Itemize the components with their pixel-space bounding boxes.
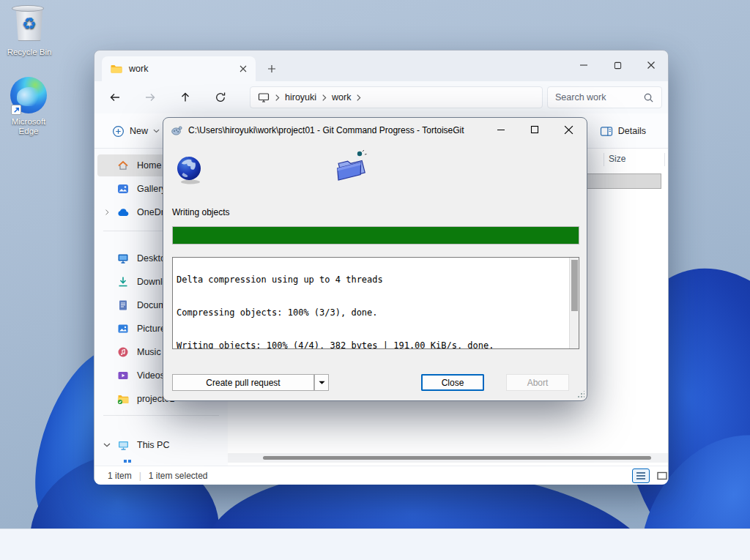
chevron-down-icon[interactable] xyxy=(97,443,116,447)
globe-icon xyxy=(175,154,204,185)
dialog-maximize-button[interactable] xyxy=(519,118,550,141)
refresh-button[interactable] xyxy=(210,87,231,108)
this-pc-icon xyxy=(116,439,130,451)
new-button[interactable]: New xyxy=(105,120,167,142)
network-icon-partial xyxy=(124,460,131,463)
column-separator[interactable] xyxy=(664,153,665,166)
details-pane-button[interactable]: Details xyxy=(594,120,652,142)
git-command-progress-dialog: C:\Users\hiroyuki\work\project01 - Git C… xyxy=(163,117,587,401)
documents-icon xyxy=(116,299,130,311)
column-separator[interactable] xyxy=(604,153,604,166)
close-button[interactable]: Close xyxy=(421,374,484,391)
sidebar-item-label: Gallery xyxy=(137,184,166,194)
breadcrumb-item-work[interactable]: work xyxy=(332,92,351,102)
sidebar-item-this-pc[interactable]: This PC xyxy=(97,434,226,456)
log-line: Delta compression using up to 4 threads xyxy=(177,275,567,285)
dialog-close-button[interactable] xyxy=(553,118,584,141)
videos-icon xyxy=(116,370,130,381)
back-button[interactable] xyxy=(105,87,125,108)
resize-grip[interactable] xyxy=(577,391,584,398)
refresh-icon xyxy=(215,92,226,103)
address-bar-row: hiroyuki work xyxy=(94,81,668,113)
list-view-icon xyxy=(636,471,646,480)
window-close-button[interactable] xyxy=(634,51,668,80)
sidebar-item-label: This PC xyxy=(137,440,169,450)
status-divider: | xyxy=(139,471,141,481)
versioned-folder-icon xyxy=(116,393,130,405)
button-label: Close xyxy=(442,378,464,388)
abort-button[interactable]: Abort xyxy=(506,374,569,391)
progress-bar xyxy=(172,226,579,244)
up-button[interactable] xyxy=(175,87,196,108)
taskbar: 2 ENG JA 5:4 xyxy=(0,529,750,560)
new-tab-button[interactable] xyxy=(264,61,279,76)
close-icon xyxy=(564,125,573,135)
tortoisegit-icon xyxy=(171,124,182,136)
maximize-icon xyxy=(530,125,539,134)
chevron-down-icon xyxy=(153,129,160,133)
breadcrumb-item-hiroyuki[interactable]: hiroyuki xyxy=(285,92,316,102)
window-maximize-button[interactable] xyxy=(601,51,634,80)
details-pane-icon xyxy=(600,126,613,137)
desktop-icon-microsoft-edge[interactable]: Microsoft Edge xyxy=(1,77,56,136)
this-pc-icon xyxy=(258,92,270,103)
progress-bar-fill xyxy=(173,227,579,244)
maximize-icon xyxy=(614,61,622,70)
chevron-right-icon[interactable] xyxy=(97,209,116,216)
progress-phase-label: Writing objects xyxy=(172,207,229,217)
chevron-right-icon xyxy=(322,94,327,102)
dialog-minimize-button[interactable] xyxy=(486,118,516,141)
button-label: Create pull request xyxy=(206,378,280,388)
sidebar-divider xyxy=(103,415,219,416)
tab-close-icon[interactable] xyxy=(237,62,250,75)
sidebar-item-label: Home xyxy=(137,160,161,171)
dropdown-arrow-icon xyxy=(319,381,325,385)
desktop-icon-label: Microsoft Edge xyxy=(1,117,56,136)
search-input[interactable] xyxy=(555,92,637,102)
selected-count: 1 item selected xyxy=(149,471,208,481)
dialog-title: C:\Users\hiroyuki\work\project01 - Git C… xyxy=(188,125,464,135)
close-icon xyxy=(647,61,656,70)
log-line: Compressing objects: 100% (3/3), done. xyxy=(177,307,567,318)
details-view-toggle[interactable] xyxy=(632,468,650,483)
item-count: 1 item xyxy=(108,471,132,481)
search-box[interactable] xyxy=(547,86,662,108)
plus-icon xyxy=(267,64,276,73)
music-icon xyxy=(116,346,130,358)
sidebar-item-label: Videos xyxy=(137,370,165,381)
button-label: Abort xyxy=(527,378,549,388)
forward-arrow-icon xyxy=(144,92,156,103)
shortcut-arrow-icon xyxy=(11,105,21,115)
explorer-tab-work[interactable]: work xyxy=(102,56,256,81)
desktop-icon-recycle-bin[interactable]: ♻ Recycle Bin xyxy=(1,7,57,56)
details-button-label: Details xyxy=(618,126,646,136)
desktop-icon-label: Recycle Bin xyxy=(1,48,57,56)
edge-icon xyxy=(10,77,48,115)
chevron-right-icon xyxy=(356,94,361,102)
forward-button[interactable] xyxy=(140,87,160,108)
horizontal-scrollbar[interactable] xyxy=(228,453,668,463)
create-pull-request-dropdown[interactable] xyxy=(314,374,329,391)
sending-folder-icon xyxy=(333,149,371,187)
gallery-icon xyxy=(116,183,130,195)
tab-title: work xyxy=(129,64,237,74)
create-pull-request-button[interactable]: Create pull request xyxy=(172,374,314,391)
column-header-size[interactable]: Size xyxy=(609,154,625,164)
scrollbar-thumb[interactable] xyxy=(263,456,651,460)
breadcrumb[interactable]: hiroyuki work xyxy=(250,86,543,108)
folder-icon xyxy=(111,63,122,75)
new-button-label: New xyxy=(130,126,148,136)
vertical-scrollbar[interactable] xyxy=(569,258,579,348)
scrollbar-thumb[interactable] xyxy=(571,260,578,311)
status-bar: 1 item | 1 item selected xyxy=(94,466,668,485)
thumbnail-view-toggle[interactable] xyxy=(653,468,671,483)
minimize-icon xyxy=(579,61,588,70)
downloads-icon xyxy=(116,276,130,288)
git-log-output[interactable]: Delta compression using up to 4 threads … xyxy=(172,257,579,349)
sidebar-item-label: Music xyxy=(137,347,161,357)
window-minimize-button[interactable] xyxy=(567,51,601,80)
chevron-right-icon xyxy=(275,94,280,102)
search-icon xyxy=(643,92,654,103)
circle-plus-icon xyxy=(112,125,125,138)
home-icon xyxy=(116,160,130,171)
